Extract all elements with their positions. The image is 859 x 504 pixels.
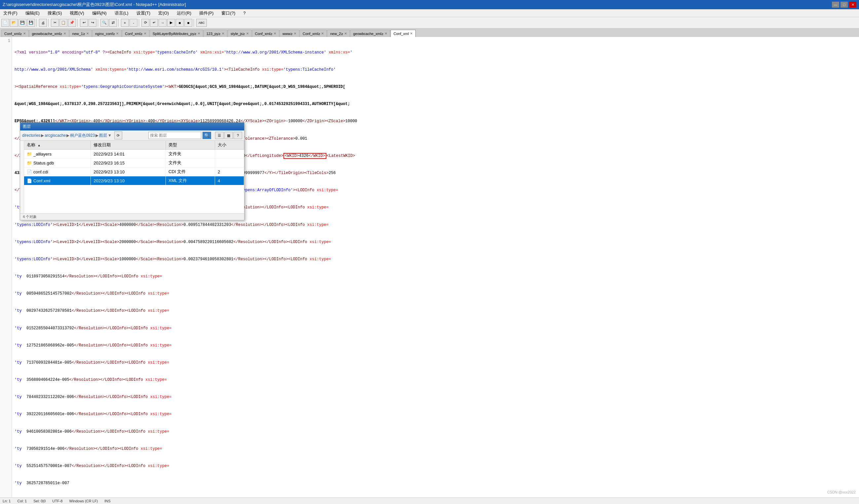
toolbar-open[interactable]: 📂	[10, 19, 18, 27]
menu-search[interactable]: 搜索(S)	[46, 10, 63, 17]
tab-geowb-2[interactable]: geowbcache_xml≥✕	[350, 30, 390, 37]
toolbar-wrap[interactable]: ↵	[150, 19, 158, 27]
toolbar-zoomout[interactable]: -	[130, 19, 137, 27]
toolbar-paste[interactable]: 📌	[68, 19, 76, 27]
tab-close-4[interactable]: ✕	[116, 32, 119, 35]
tab-close-11[interactable]: ✕	[321, 32, 324, 35]
tab-conf-xml-active[interactable]: Conf_xml✕	[391, 30, 416, 37]
bc-layer[interactable]: 图层	[99, 133, 107, 138]
fm-cell-name: 📄Conf.xml	[24, 177, 91, 185]
tab-www[interactable]: www≥✕	[280, 30, 299, 37]
fm-title: 图层	[23, 124, 31, 129]
tab-close-13[interactable]: ✕	[385, 32, 387, 35]
fm-table-row[interactable]: 📁Status.gdb 2022/9/23 16:15 文件夹	[24, 158, 244, 167]
maximize-button[interactable]: □	[841, 2, 848, 7]
menu-settings[interactable]: 设置(T)	[135, 10, 152, 17]
toolbar-macro[interactable]: ▶	[167, 19, 175, 27]
toolbar-save[interactable]: 💾	[18, 19, 27, 27]
tab-style[interactable]: style_js≥✕	[228, 30, 252, 37]
tab-geowb-1[interactable]: geowbcache_xml≥✕	[29, 30, 69, 37]
toolbar-new[interactable]: 📄	[1, 19, 9, 27]
tab-conf-xml-1[interactable]: Conf_xml≥✕	[1, 30, 29, 37]
toolbar-find[interactable]: 🔍	[101, 19, 108, 27]
fm-search-input[interactable]	[148, 132, 201, 139]
fm-col-type[interactable]: 类型	[166, 141, 215, 150]
code-editor[interactable]: <?xml version="1.0" encoding="utf-8" ?><…	[12, 37, 859, 503]
menu-macro[interactable]: 宏(O)	[157, 10, 170, 17]
toolbar-abc[interactable]: ABC	[196, 19, 207, 27]
title-bar-controls: — □ ✕	[832, 2, 856, 7]
fm-cell-size: 4	[215, 177, 244, 185]
bc-directories[interactable]: directories	[22, 133, 40, 138]
fm-view-help[interactable]: ?	[233, 132, 242, 139]
bc-folder[interactable]: 桐户蓝色0923	[70, 133, 95, 138]
toolbar-saveall[interactable]: 💾	[27, 19, 35, 27]
tab-conf-xml-4[interactable]: Conf_xml≥✕	[300, 30, 327, 37]
tab-nginx[interactable]: nginx_conf≥✕	[92, 30, 122, 37]
toolbar-run[interactable]: ■	[176, 19, 184, 27]
fm-table-row[interactable]: 📄Conf.xml 2022/9/23 13:10 XML 文件 4	[24, 177, 244, 185]
fm-col-name[interactable]: 名称 ▲	[24, 141, 91, 150]
tabs-bar: Conf_xml≥✕ geowbcache_xml≥✕ new_1≥✕ ngin…	[0, 28, 859, 37]
tab-conf-xml-2[interactable]: Conf_xml≥✕	[122, 30, 149, 37]
fm-table-row[interactable]: 📁_alllayers 2022/9/23 14:01 文件夹	[24, 150, 244, 158]
fm-cell-type: XML 文件	[166, 177, 215, 185]
fm-table-row[interactable]: 📄conf.cdi 2022/9/23 13:10 CDI 文件 2	[24, 167, 244, 177]
menu-encoding[interactable]: 编码(N)	[91, 10, 108, 17]
menu-file[interactable]: 文件(F)	[2, 10, 19, 17]
toolbar-sync[interactable]: ⟳	[141, 19, 149, 27]
tab-conf-xml-3[interactable]: Conf_xml≥✕	[252, 30, 280, 37]
tab-close-12[interactable]: ✕	[344, 32, 347, 35]
menu-edit[interactable]: 编辑(E)	[24, 10, 41, 17]
tab-close-9[interactable]: ✕	[274, 32, 276, 35]
menu-window[interactable]: 窗口(?)	[220, 10, 237, 17]
tab-label: Conf_xml≥	[255, 32, 273, 36]
toolbar-zoomin[interactable]: +	[121, 19, 129, 27]
toolbar-sep7	[194, 19, 195, 27]
toolbar-print[interactable]: 🖨	[39, 19, 47, 27]
tab-close-8[interactable]: ✕	[246, 32, 249, 35]
fm-col-date[interactable]: 修改日期	[91, 141, 166, 150]
fm-table: 名称 ▲ 修改日期 类型 大小 📁_alllayers 2022/9/23 14…	[24, 141, 244, 185]
line-numbers: 1	[0, 37, 12, 503]
menu-help[interactable]: ?	[242, 10, 247, 16]
fm-view-list[interactable]: ☰	[215, 132, 224, 139]
fm-statusbar: 4 个对象	[20, 213, 244, 220]
fm-content: 名称 ▲ 修改日期 类型 大小 📁_alllayers 2022/9/23 14…	[20, 141, 244, 213]
toolbar-sep5	[118, 19, 120, 27]
tab-new-1[interactable]: new_1≥✕	[70, 30, 92, 37]
menu-run[interactable]: 运行(R)	[176, 10, 193, 17]
toolbar-cut[interactable]: ✂	[51, 19, 59, 27]
menu-view[interactable]: 视图(V)	[69, 10, 85, 17]
fm-view-details[interactable]: ▦	[224, 132, 233, 139]
fm-table-header-row: 名称 ▲ 修改日期 类型 大小	[24, 141, 244, 150]
tab-close-2[interactable]: ✕	[63, 32, 66, 35]
tab-close-6[interactable]: ✕	[198, 32, 200, 35]
code-line-15: 'ty 0029743262572878501</Resolution></LO…	[15, 308, 856, 314]
tab-123[interactable]: 123_py≥✕	[204, 30, 227, 37]
fm-table-container[interactable]: 名称 ▲ 修改日期 类型 大小 📁_alllayers 2022/9/23 14…	[24, 141, 244, 213]
menu-language[interactable]: 语言(L)	[113, 10, 130, 17]
tab-close-5[interactable]: ✕	[144, 32, 146, 35]
toolbar-copy[interactable]: 📋	[59, 19, 67, 27]
toolbar-run2[interactable]: ■	[184, 19, 192, 27]
tab-close-7[interactable]: ✕	[222, 32, 224, 35]
tab-close-10[interactable]: ✕	[294, 32, 296, 35]
tab-label: Conf_xml≥	[303, 32, 320, 36]
tab-new-2[interactable]: new_2≥✕	[327, 30, 349, 37]
tab-close-1[interactable]: ✕	[23, 32, 26, 35]
fm-col-size[interactable]: 大小	[215, 141, 244, 150]
fm-search-button[interactable]: 🔍	[202, 132, 211, 139]
toolbar-undo[interactable]: ↩	[80, 19, 88, 27]
tab-close-14[interactable]: ✕	[410, 32, 413, 35]
bc-arcgiscache[interactable]: arcgiscache	[45, 133, 66, 138]
toolbar-redo[interactable]: ↪	[89, 19, 96, 27]
fm-refresh-btn[interactable]: ⟳	[114, 132, 122, 139]
toolbar-indent[interactable]: →	[159, 19, 166, 27]
toolbar-replace[interactable]: ⇄	[109, 19, 117, 27]
tab-split[interactable]: SplitLayerByAttributes_py≥✕	[150, 30, 203, 37]
minimize-button[interactable]: —	[832, 2, 839, 7]
menu-plugins[interactable]: 插件(P)	[198, 10, 215, 17]
tab-close-3[interactable]: ✕	[86, 32, 89, 35]
close-button[interactable]: ✕	[849, 2, 856, 7]
